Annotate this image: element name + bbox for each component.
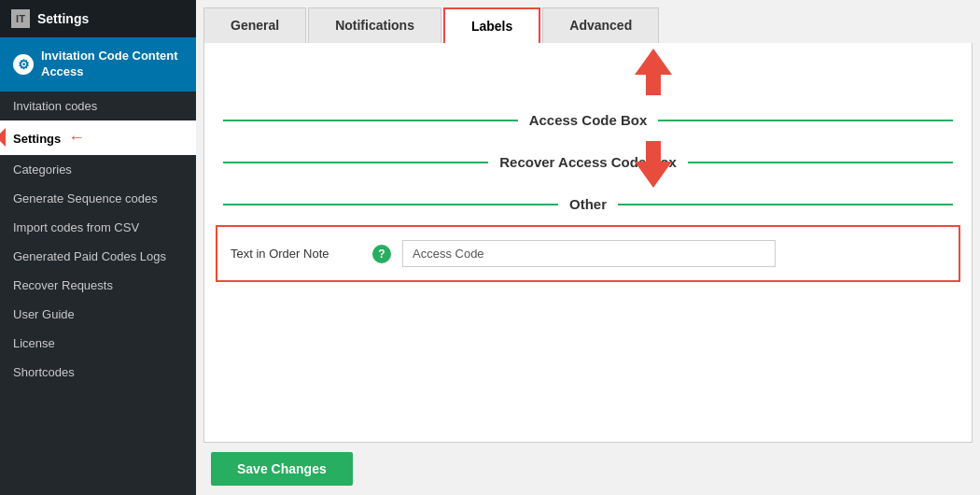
save-changes-button[interactable]: Save Changes (211, 452, 353, 486)
recover-section-wrapper: Recover Access Code Box (204, 141, 972, 183)
tabs-bar: General Notifications Labels Advanced (196, 0, 980, 43)
sidebar-item-shortcodes[interactable]: Shortcodes (0, 358, 196, 387)
recover-section-line-right (688, 162, 953, 163)
sidebar-item-categories[interactable]: Categories (0, 155, 196, 184)
access-code-box-title: Access Code Box (529, 112, 648, 128)
sidebar-item-import-codes-from-csv[interactable]: Import codes from CSV (0, 213, 196, 242)
sidebar-item-user-guide[interactable]: User Guide (0, 300, 196, 329)
other-title: Other (569, 196, 607, 212)
help-icon[interactable]: ? (372, 245, 391, 263)
recover-access-code-box-section: Recover Access Code Box (204, 141, 972, 183)
arrow-up-annotation (635, 49, 672, 98)
plugin-icon: ⚙ (13, 54, 34, 75)
sidebar-item-settings[interactable]: Settings ← (0, 120, 196, 155)
tab-advanced[interactable]: Advanced (542, 7, 659, 43)
plugin-title-section: ⚙ Invitation Code Content Access (0, 37, 196, 92)
svg-marker-0 (635, 49, 672, 95)
field-label-text-in-order-note: Text in Order Note (231, 247, 361, 261)
sidebar-item-recover-requests[interactable]: Recover Requests (0, 271, 196, 300)
other-section-header: Other (204, 183, 972, 225)
footer: Save Changes (196, 443, 980, 495)
main-content: General Notifications Labels Advanced Ac… (196, 0, 980, 495)
tab-labels[interactable]: Labels (443, 7, 540, 43)
other-line-right (618, 204, 953, 205)
recover-section-line-left (223, 162, 488, 163)
access-code-box-section: Access Code Box (204, 99, 972, 141)
sidebar-item-license[interactable]: License (0, 329, 196, 358)
other-section-content: Text in Order Note ? (216, 225, 960, 282)
content-area: Access Code Box Recover Access Code Box … (203, 43, 973, 443)
tab-notifications[interactable]: Notifications (308, 7, 441, 43)
section-line-left (223, 120, 518, 121)
sidebar-nav: Invitation codes Settings ← Categories G… (0, 92, 196, 495)
section-line-right (658, 120, 953, 121)
other-line-left (223, 204, 558, 205)
text-in-order-note-input[interactable] (402, 240, 776, 267)
sidebar-item-invitation-codes[interactable]: Invitation codes (0, 92, 196, 120)
sidebar: IT Settings ⚙ Invitation Code Content Ac… (0, 0, 196, 495)
tab-general[interactable]: General (203, 7, 306, 43)
recover-access-code-box-title: Recover Access Code Box (499, 154, 677, 170)
text-in-order-note-row: Text in Order Note ? (231, 240, 945, 267)
sidebar-app-header: IT Settings (0, 0, 196, 37)
sidebar-item-generate-sequence-codes[interactable]: Generate Sequence codes (0, 184, 196, 213)
plugin-title: Invitation Code Content Access (41, 49, 183, 80)
sidebar-item-generated-paid-codes-logs[interactable]: Generated Paid Codes Logs (0, 242, 196, 271)
app-icon: IT (11, 9, 30, 28)
app-title: Settings (37, 11, 89, 26)
active-arrow-icon: ← (68, 128, 85, 148)
